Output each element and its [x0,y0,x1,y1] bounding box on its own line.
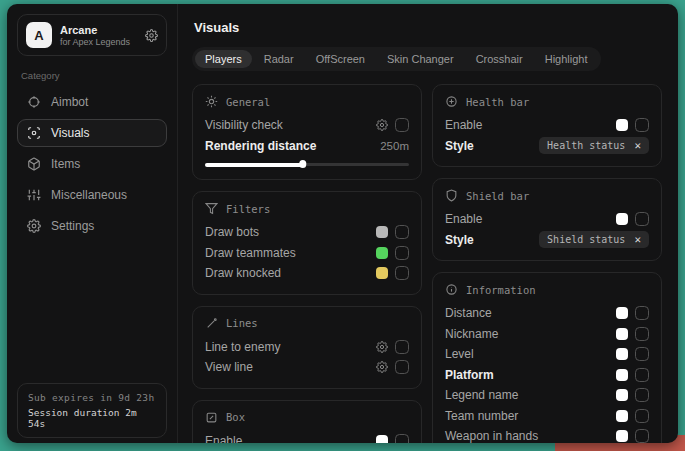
health-enable-color-swatch[interactable] [616,119,628,131]
info-weapon-row: Weapon in hands [445,426,649,443]
box-icon [205,411,218,424]
health-style-value: Health status [547,140,625,151]
card-title: Health bar [466,96,529,108]
box-enable-color-swatch[interactable] [376,435,388,443]
info-level-row: Level [445,344,649,365]
draw-teammates-checkbox[interactable] [395,246,409,260]
slider-thumb[interactable] [299,160,307,168]
general-card-header: General [205,95,409,108]
info-legend-name-row: Legend name [445,385,649,406]
sidebar-item-label: Settings [51,219,94,233]
crosshair-icon [27,95,41,109]
draw-teammates-color-swatch[interactable] [376,247,388,259]
information-card: Information Distance Nickname [432,272,662,443]
information-card-header: Information [445,283,649,296]
team-number-color-swatch[interactable] [616,410,628,422]
view-line-checkbox[interactable] [395,360,409,374]
sidebar-item-aimbot[interactable]: Aimbot [17,88,167,116]
health-bar-card: Health bar Enable Style H [432,84,662,167]
session-duration-text: Session duration 2m 54s [28,407,156,429]
nickname-checkbox[interactable] [635,327,649,341]
platform-color-swatch[interactable] [616,369,628,381]
scan-eye-icon [27,126,41,140]
shield-enable-color-swatch[interactable] [616,213,628,225]
app-window: A Arcane for Apex Legends Category Aimbo… [7,4,678,443]
tab-bar: Players Radar OffScreen Skin Changer Cro… [192,47,601,71]
clear-icon[interactable]: ✕ [634,234,641,245]
level-color-swatch[interactable] [616,348,628,360]
sun-icon [205,95,218,108]
tab-radar[interactable]: Radar [254,50,304,68]
tab-highlight[interactable]: Highlight [535,50,598,68]
draw-knocked-color-swatch[interactable] [376,267,388,279]
sidebar-item-miscellaneous[interactable]: Miscellaneous [17,181,167,209]
tab-skin-changer[interactable]: Skin Changer [377,50,464,68]
draw-bots-checkbox[interactable] [395,225,409,239]
gear-icon[interactable] [376,119,388,131]
shield-style-select[interactable]: Shield status ✕ [539,231,649,248]
diagonal-line-icon [205,317,218,330]
brand-settings-icon[interactable] [145,29,158,42]
weapon-color-swatch[interactable] [616,430,628,442]
tab-crosshair[interactable]: Crosshair [466,50,533,68]
view-line-row: View line [205,357,409,378]
line-to-enemy-row: Line to enemy [205,337,409,358]
gear-icon [27,219,41,233]
tab-offscreen[interactable]: OffScreen [306,50,375,68]
funnel-icon [205,202,218,215]
settings-columns: General Visibility check [192,84,662,443]
nickname-color-swatch[interactable] [616,328,628,340]
draw-teammates-row: Draw teammates [205,243,409,264]
shield-bar-card-header: Shield bar [445,189,649,202]
general-card: General Visibility check [192,84,422,180]
visibility-check-checkbox[interactable] [395,118,409,132]
lines-card-header: Lines [205,317,409,330]
sidebar: A Arcane for Apex Legends Category Aimbo… [7,4,178,443]
box-enable-checkbox[interactable] [395,434,409,443]
weapon-checkbox[interactable] [635,429,649,443]
shield-enable-checkbox[interactable] [635,212,649,226]
sidebar-item-label: Visuals [51,126,89,140]
health-style-select[interactable]: Health status ✕ [539,137,649,154]
legend-name-checkbox[interactable] [635,388,649,402]
sidebar-nav: Aimbot Visuals Items [17,88,167,243]
health-enable-checkbox[interactable] [635,118,649,132]
clear-icon[interactable]: ✕ [634,140,641,151]
tab-players[interactable]: Players [195,50,252,68]
shield-icon [445,189,458,202]
app-name: Arcane [60,24,130,36]
gear-icon[interactable] [376,361,388,373]
team-number-checkbox[interactable] [635,409,649,423]
sidebar-item-items[interactable]: Items [17,150,167,178]
gear-icon[interactable] [376,341,388,353]
subscription-card: Sub expires in 9d 23h Session duration 2… [17,383,167,438]
distance-color-swatch[interactable] [616,307,628,319]
info-platform-row: Platform [445,365,649,386]
sidebar-item-visuals[interactable]: Visuals [17,119,167,147]
info-team-number-row: Team number [445,406,649,427]
shield-bar-card: Shield bar Enable Style S [432,178,662,261]
health-enable-row: Enable [445,115,649,136]
card-title: General [226,96,270,108]
app-subtitle: for Apex Legends [60,37,130,47]
sidebar-item-label: Miscellaneous [51,188,127,202]
platform-checkbox[interactable] [635,368,649,382]
rendering-distance-row: Rendering distance 250m [205,136,409,157]
level-checkbox[interactable] [635,347,649,361]
right-column: Health bar Enable Style H [432,84,662,443]
sidebar-item-settings[interactable]: Settings [17,212,167,240]
line-to-enemy-checkbox[interactable] [395,340,409,354]
rendering-distance-slider[interactable] [205,160,409,169]
sidebar-item-label: Items [51,157,80,171]
distance-checkbox[interactable] [635,306,649,320]
box-enable-row: Enable [205,431,409,444]
legend-name-color-swatch[interactable] [616,389,628,401]
box-card-header: Box [205,411,409,424]
draw-knocked-checkbox[interactable] [395,266,409,280]
brand-text: Arcane for Apex Legends [60,24,130,47]
page-title: Visuals [194,20,662,35]
info-icon [445,283,458,296]
box-card: Box Enable Enable background [192,400,422,444]
draw-bots-color-swatch[interactable] [376,226,388,238]
health-style-row: Style Health status ✕ [445,136,649,157]
